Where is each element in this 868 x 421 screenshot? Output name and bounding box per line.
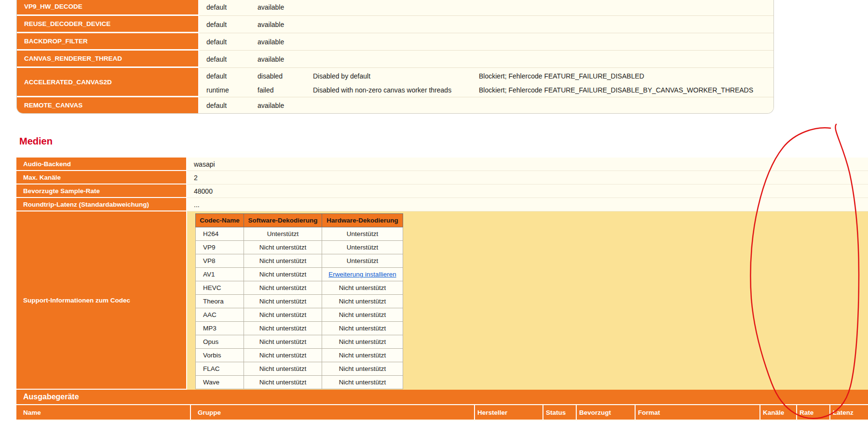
codec-name: Vorbis [196,349,244,362]
codec-row-vp9: VP9 Nicht unterstützt Unterstützt [196,241,403,254]
codec-name: MP3 [196,322,244,335]
feature-entry-type: runtime [199,86,258,94]
codec-software-support: Nicht unterstützt [244,268,322,281]
media-section-heading: Medien [19,135,53,147]
media-row-audio-backend: Audio-Backend wasapi [16,158,868,171]
codec-table-header: Hardware-Dekodierung [322,214,403,227]
feature-name: ACCELERATED_CANVAS2D [17,68,199,97]
codec-name: FLAC [196,362,244,376]
codec-row-h264: H264 Unterstützt Unterstützt [196,227,403,241]
feature-name: CANVAS_RENDERER_THREAD [17,51,199,68]
feature-entry-status: available [258,102,313,109]
codec-hardware-support: Nicht unterstützt [322,349,403,362]
column-header-hersteller: Hersteller [474,405,542,420]
codec-software-support: Nicht unterstützt [244,295,322,308]
media-row-value: 2 [187,171,868,184]
column-header-name: Name [16,405,190,420]
codec-software-support: Nicht unterstützt [244,335,322,349]
feature-entry-type: default [199,102,258,109]
codec-row-flac: FLAC Nicht unterstützt Nicht unterstützt [196,362,403,376]
codec-software-support: Nicht unterstützt [244,376,322,389]
feature-row-remote-canvas: REMOTE_CANVAS default available [17,97,773,113]
feature-entry-blocked: Blockiert; Fehlercode FEATURE_FAILURE_DI… [479,72,773,80]
feature-data: default available [199,0,773,16]
feature-entry-message: Disabled by default [313,72,479,80]
codec-row-av1: AV1 Nicht unterstützt Erweiterung instal… [196,268,403,281]
feature-entry-status: disabled [258,72,313,80]
feature-entry-type: default [199,38,258,46]
feature-name: REMOTE_CANVAS [17,97,199,113]
codec-name: AAC [196,308,244,322]
column-header-kanaele: Kanäle [760,405,796,420]
graphics-features-table: VP9_HW_DECODE default available REUSE_DE… [16,0,774,114]
feature-row-accelerated-canvas2d: ACCELERATED_CANVAS2D default disabled Di… [17,68,773,97]
media-row-label: Bevorzugte Sample-Rate [16,184,187,198]
feature-entry-status: available [258,3,313,11]
feature-entry-status: available [258,55,313,63]
codec-hardware-support: Nicht unterstützt [322,308,403,322]
media-row-label: Roundtrip-Latenz (Standardabweichung) [16,198,187,211]
media-row-label: Max. Kanäle [16,171,187,184]
codec-support-area: Codec-Name Software-Dekodierung Hardware… [187,211,868,390]
codec-row-aac: AAC Nicht unterstützt Nicht unterstützt [196,308,403,322]
install-extension-link[interactable]: Erweiterung installieren [328,271,396,278]
feature-data: default disabled Disabled by default Blo… [199,68,773,97]
feature-data: default available [199,97,773,113]
media-row-value: wasapi [187,158,868,171]
codec-table-header: Codec-Name [196,214,244,227]
feature-data: default available [199,16,773,33]
media-row-roundtrip-latency: Roundtrip-Latenz (Standardabweichung) ..… [16,198,868,211]
feature-entry-type: default [199,3,258,11]
feature-name: REUSE_DECODER_DEVICE [17,16,199,33]
codec-software-support: Nicht unterstützt [244,281,322,295]
codec-row-wave: Wave Nicht unterstützt Nicht unterstützt [196,376,403,389]
codec-name: VP9 [196,241,244,254]
codec-hardware-support: Unterstützt [322,241,403,254]
codec-table-header-row: Codec-Name Software-Dekodierung Hardware… [196,214,403,227]
feature-name: VP9_HW_DECODE [17,0,199,16]
feature-entry-type: default [199,55,258,63]
feature-row-vp9-hw-decode: VP9_HW_DECODE default available [17,0,773,16]
codec-row-opus: Opus Nicht unterstützt Nicht unterstützt [196,335,403,349]
column-header-latenz: Latenz [829,405,868,420]
feature-entry-type: default [199,21,258,28]
codec-row-theora: Theora Nicht unterstützt Nicht unterstüt… [196,295,403,308]
feature-name: BACKDROP_FILTER [17,33,199,51]
feature-entry-status: failed [258,86,313,94]
feature-entry-status: available [258,38,313,46]
codec-name: Wave [196,376,244,389]
codec-name: Theora [196,295,244,308]
codec-hardware-support: Nicht unterstützt [322,376,403,389]
feature-data: default available [199,51,773,68]
column-header-status: Status [542,405,576,420]
output-devices-section-header: Ausgabegeräte [16,390,868,405]
codec-name: H264 [196,227,244,241]
column-header-bevorzugt: Bevorzugt [576,405,635,420]
codec-row-hevc: HEVC Nicht unterstützt Nicht unterstützt [196,281,403,295]
codec-hardware-support: Unterstützt [322,254,403,268]
codec-row-mp3: MP3 Nicht unterstützt Nicht unterstützt [196,322,403,335]
column-header-rate: Rate [796,405,829,420]
codec-software-support: Unterstützt [244,227,322,241]
media-row-codec-support: Support-Informationen zum Codec Codec-Na… [16,211,868,390]
feature-row-reuse-decoder-device: REUSE_DECODER_DEVICE default available [17,16,773,33]
codec-table-header: Software-Dekodierung [244,214,322,227]
media-row-max-channels: Max. Kanäle 2 [16,171,868,184]
codec-row-vp8: VP8 Nicht unterstützt Unterstützt [196,254,403,268]
feature-entry-type: default [199,72,258,80]
codec-hardware-support-cell: Erweiterung installieren [322,268,403,281]
codec-software-support: Nicht unterstützt [244,241,322,254]
codec-software-support: Nicht unterstützt [244,308,322,322]
codec-support-label: Support-Informationen zum Codec [16,211,187,390]
media-row-value: 48000 [187,184,868,198]
feature-entry-message: Disabled with non-zero canvas worker thr… [313,86,479,94]
feature-entry-status: available [258,21,313,28]
media-row-value: ... [187,198,868,211]
feature-row-backdrop-filter: BACKDROP_FILTER default available [17,33,773,51]
media-row-label: Audio-Backend [16,158,187,171]
codec-support-table: Codec-Name Software-Dekodierung Hardware… [195,213,403,389]
codec-hardware-support: Nicht unterstützt [322,281,403,295]
codec-software-support: Nicht unterstützt [244,322,322,335]
media-row-sample-rate: Bevorzugte Sample-Rate 48000 [16,184,868,198]
codec-row-vorbis: Vorbis Nicht unterstützt Nicht unterstüt… [196,349,403,362]
